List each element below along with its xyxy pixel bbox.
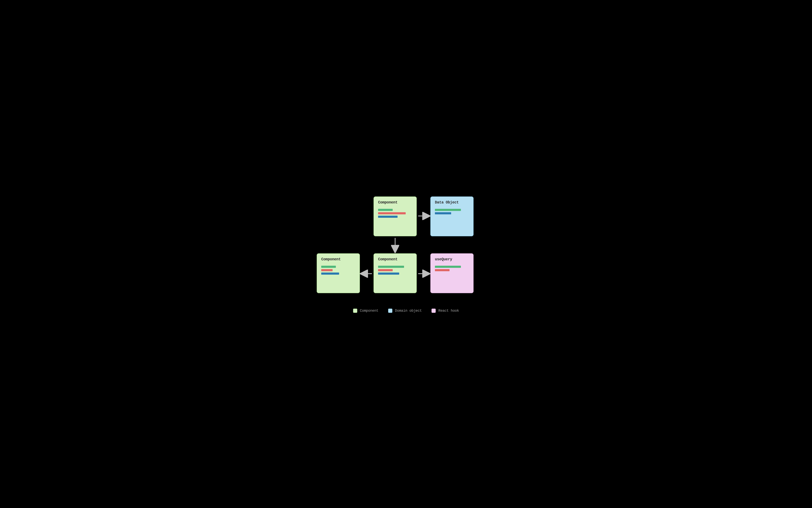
box-title: Component [378,257,412,261]
code-bar [321,269,333,271]
code-bar [378,272,399,274]
code-bar [435,212,451,214]
legend-item-component: Component [353,309,378,313]
code-bar [435,269,449,271]
box-data-object: Data Object [430,197,474,236]
bar-container [321,266,355,274]
swatch-icon [388,309,392,313]
box-top-component: Component [374,197,417,236]
legend-item-react-hook: React hook [431,309,459,313]
bar-container [435,266,469,271]
code-bar [378,269,393,271]
box-title: useQuery [435,257,469,261]
code-bar [321,266,336,268]
bar-container [435,209,469,214]
legend-label: Component [360,309,378,313]
legend-item-domain-object: Domain object [388,309,422,313]
code-bar [378,216,397,218]
code-bar [435,266,461,268]
code-bar [378,209,393,211]
bar-container [378,209,412,218]
bar-container [378,266,412,274]
swatch-icon [431,309,436,313]
box-title: Component [321,257,355,261]
diagram-canvas: Component Data Object Component Componen… [281,183,531,325]
legend-label: React hook [438,309,459,313]
code-bar [435,209,461,211]
box-title: Data Object [435,200,469,205]
code-bar [321,272,339,274]
code-bar [378,212,406,214]
box-title: Component [378,200,412,205]
box-center-component: Component [374,253,417,293]
legend: Component Domain object React hook [281,309,531,313]
box-use-query: useQuery [430,253,474,293]
legend-label: Domain object [395,309,422,313]
box-left-component: Component [317,253,360,293]
code-bar [378,266,404,268]
swatch-icon [353,309,357,313]
